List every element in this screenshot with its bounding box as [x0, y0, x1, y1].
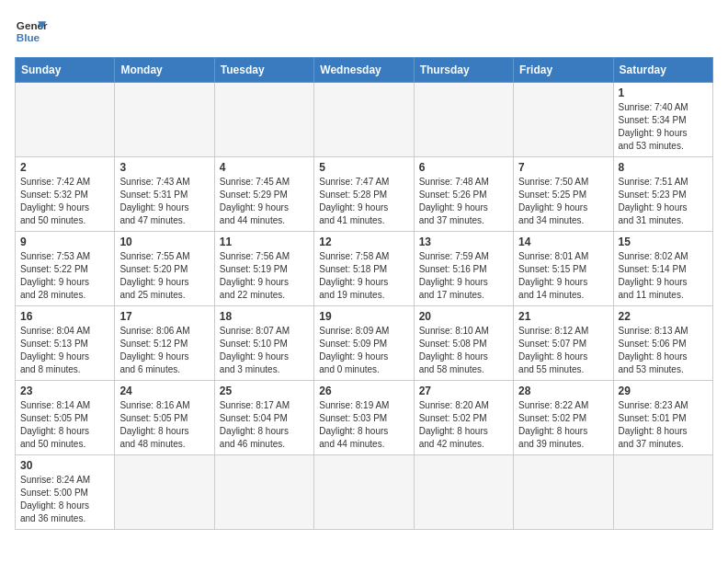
- day-cell: 16Sunrise: 8:04 AMSunset: 5:13 PMDayligh…: [16, 306, 115, 381]
- day-info: Sunrise: 7:55 AMSunset: 5:20 PMDaylight:…: [119, 250, 209, 302]
- day-cell: 7Sunrise: 7:50 AMSunset: 5:25 PMDaylight…: [514, 157, 613, 232]
- day-info: Sunrise: 7:50 AMSunset: 5:25 PMDaylight:…: [518, 176, 608, 227]
- day-info: Sunrise: 7:53 AMSunset: 5:22 PMDaylight:…: [20, 250, 109, 302]
- day-info: Sunrise: 8:12 AMSunset: 5:07 PMDaylight:…: [518, 325, 608, 376]
- day-cell: [214, 83, 313, 157]
- day-cell: [514, 455, 613, 530]
- day-number: 11: [220, 236, 309, 248]
- day-number: 24: [119, 385, 209, 397]
- day-info: Sunrise: 8:23 AMSunset: 5:01 PMDaylight:…: [619, 399, 708, 451]
- day-number: 25: [220, 385, 309, 397]
- day-cell: 28Sunrise: 8:22 AMSunset: 5:02 PMDayligh…: [514, 381, 613, 455]
- day-number: 6: [419, 161, 508, 174]
- day-number: 19: [319, 310, 408, 323]
- day-info: Sunrise: 7:40 AMSunset: 5:34 PMDaylight:…: [619, 101, 708, 153]
- day-number: 28: [518, 385, 608, 397]
- day-number: 1: [619, 86, 708, 99]
- day-cell: [16, 83, 115, 157]
- day-cell: 2Sunrise: 7:42 AMSunset: 5:32 PMDaylight…: [16, 157, 115, 232]
- day-info: Sunrise: 8:04 AMSunset: 5:13 PMDaylight:…: [20, 325, 109, 376]
- day-cell: 24Sunrise: 8:16 AMSunset: 5:05 PMDayligh…: [115, 381, 214, 455]
- weekday-header-sunday: Sunday: [16, 58, 115, 83]
- logo-icon: General Blue: [15, 15, 48, 48]
- week-row-0: 1Sunrise: 7:40 AMSunset: 5:34 PMDaylight…: [16, 83, 713, 157]
- week-row-2: 9Sunrise: 7:53 AMSunset: 5:22 PMDaylight…: [16, 232, 713, 306]
- day-info: Sunrise: 8:17 AMSunset: 5:04 PMDaylight:…: [220, 399, 309, 451]
- day-cell: [414, 455, 513, 530]
- day-number: 21: [518, 310, 608, 323]
- day-number: 14: [518, 236, 608, 248]
- day-cell: 21Sunrise: 8:12 AMSunset: 5:07 PMDayligh…: [514, 306, 613, 381]
- day-number: 22: [619, 310, 708, 323]
- day-cell: 23Sunrise: 8:14 AMSunset: 5:05 PMDayligh…: [16, 381, 115, 455]
- week-row-4: 23Sunrise: 8:14 AMSunset: 5:05 PMDayligh…: [16, 381, 713, 455]
- day-number: 20: [419, 310, 508, 323]
- day-cell: 5Sunrise: 7:47 AMSunset: 5:28 PMDaylight…: [314, 157, 414, 232]
- day-info: Sunrise: 8:10 AMSunset: 5:08 PMDaylight:…: [419, 325, 508, 376]
- day-number: 13: [419, 236, 508, 248]
- day-number: 18: [220, 310, 309, 323]
- day-info: Sunrise: 8:24 AMSunset: 5:00 PMDaylight:…: [20, 474, 109, 525]
- day-cell: [214, 455, 313, 530]
- weekday-header-thursday: Thursday: [414, 58, 513, 83]
- day-number: 29: [619, 385, 708, 397]
- day-cell: 20Sunrise: 8:10 AMSunset: 5:08 PMDayligh…: [414, 306, 513, 381]
- day-cell: 30Sunrise: 8:24 AMSunset: 5:00 PMDayligh…: [16, 455, 115, 530]
- day-number: 26: [319, 385, 408, 397]
- day-cell: 1Sunrise: 7:40 AMSunset: 5:34 PMDaylight…: [613, 83, 712, 157]
- day-number: 3: [119, 161, 209, 174]
- day-info: Sunrise: 7:59 AMSunset: 5:16 PMDaylight:…: [419, 250, 508, 302]
- day-cell: [115, 83, 214, 157]
- day-number: 2: [20, 161, 109, 174]
- week-row-3: 16Sunrise: 8:04 AMSunset: 5:13 PMDayligh…: [16, 306, 713, 381]
- day-info: Sunrise: 7:47 AMSunset: 5:28 PMDaylight:…: [319, 176, 408, 227]
- day-number: 7: [518, 161, 608, 174]
- weekday-header-monday: Monday: [115, 58, 214, 83]
- day-cell: 6Sunrise: 7:48 AMSunset: 5:26 PMDaylight…: [414, 157, 513, 232]
- day-info: Sunrise: 7:45 AMSunset: 5:29 PMDaylight:…: [220, 176, 309, 227]
- day-cell: 17Sunrise: 8:06 AMSunset: 5:12 PMDayligh…: [115, 306, 214, 381]
- day-cell: 8Sunrise: 7:51 AMSunset: 5:23 PMDaylight…: [613, 157, 712, 232]
- day-info: Sunrise: 8:06 AMSunset: 5:12 PMDaylight:…: [119, 325, 209, 376]
- day-cell: 29Sunrise: 8:23 AMSunset: 5:01 PMDayligh…: [613, 381, 712, 455]
- day-info: Sunrise: 8:22 AMSunset: 5:02 PMDaylight:…: [518, 399, 608, 451]
- day-cell: 9Sunrise: 7:53 AMSunset: 5:22 PMDaylight…: [16, 232, 115, 306]
- day-cell: 19Sunrise: 8:09 AMSunset: 5:09 PMDayligh…: [314, 306, 414, 381]
- week-row-1: 2Sunrise: 7:42 AMSunset: 5:32 PMDaylight…: [16, 157, 713, 232]
- day-info: Sunrise: 7:43 AMSunset: 5:31 PMDaylight:…: [119, 176, 209, 227]
- day-cell: [514, 83, 613, 157]
- week-row-5: 30Sunrise: 8:24 AMSunset: 5:00 PMDayligh…: [16, 455, 713, 530]
- day-cell: [613, 455, 712, 530]
- day-info: Sunrise: 7:56 AMSunset: 5:19 PMDaylight:…: [220, 250, 309, 302]
- day-cell: 11Sunrise: 7:56 AMSunset: 5:19 PMDayligh…: [214, 232, 313, 306]
- day-info: Sunrise: 8:09 AMSunset: 5:09 PMDaylight:…: [319, 325, 408, 376]
- day-number: 12: [319, 236, 408, 248]
- calendar-table: SundayMondayTuesdayWednesdayThursdayFrid…: [15, 57, 713, 530]
- day-number: 15: [619, 236, 708, 248]
- day-info: Sunrise: 8:07 AMSunset: 5:10 PMDaylight:…: [220, 325, 309, 376]
- day-cell: 4Sunrise: 7:45 AMSunset: 5:29 PMDaylight…: [214, 157, 313, 232]
- day-number: 9: [20, 236, 109, 248]
- day-info: Sunrise: 8:16 AMSunset: 5:05 PMDaylight:…: [119, 399, 209, 451]
- day-number: 5: [319, 161, 408, 174]
- day-info: Sunrise: 7:58 AMSunset: 5:18 PMDaylight:…: [319, 250, 408, 302]
- day-cell: [314, 455, 414, 530]
- weekday-header-tuesday: Tuesday: [214, 58, 313, 83]
- header: General Blue: [15, 15, 713, 48]
- svg-text:Blue: Blue: [17, 31, 40, 43]
- day-number: 10: [119, 236, 209, 248]
- day-cell: 3Sunrise: 7:43 AMSunset: 5:31 PMDaylight…: [115, 157, 214, 232]
- day-info: Sunrise: 7:51 AMSunset: 5:23 PMDaylight:…: [619, 176, 708, 227]
- logo: General Blue: [15, 15, 48, 48]
- day-info: Sunrise: 8:19 AMSunset: 5:03 PMDaylight:…: [319, 399, 408, 451]
- day-info: Sunrise: 8:20 AMSunset: 5:02 PMDaylight:…: [419, 399, 508, 451]
- day-cell: [414, 83, 513, 157]
- day-number: 27: [419, 385, 508, 397]
- day-cell: 27Sunrise: 8:20 AMSunset: 5:02 PMDayligh…: [414, 381, 513, 455]
- day-number: 23: [20, 385, 109, 397]
- weekday-header-row: SundayMondayTuesdayWednesdayThursdayFrid…: [16, 58, 713, 83]
- weekday-header-friday: Friday: [514, 58, 613, 83]
- day-cell: 10Sunrise: 7:55 AMSunset: 5:20 PMDayligh…: [115, 232, 214, 306]
- day-number: 30: [20, 459, 109, 472]
- day-cell: 26Sunrise: 8:19 AMSunset: 5:03 PMDayligh…: [314, 381, 414, 455]
